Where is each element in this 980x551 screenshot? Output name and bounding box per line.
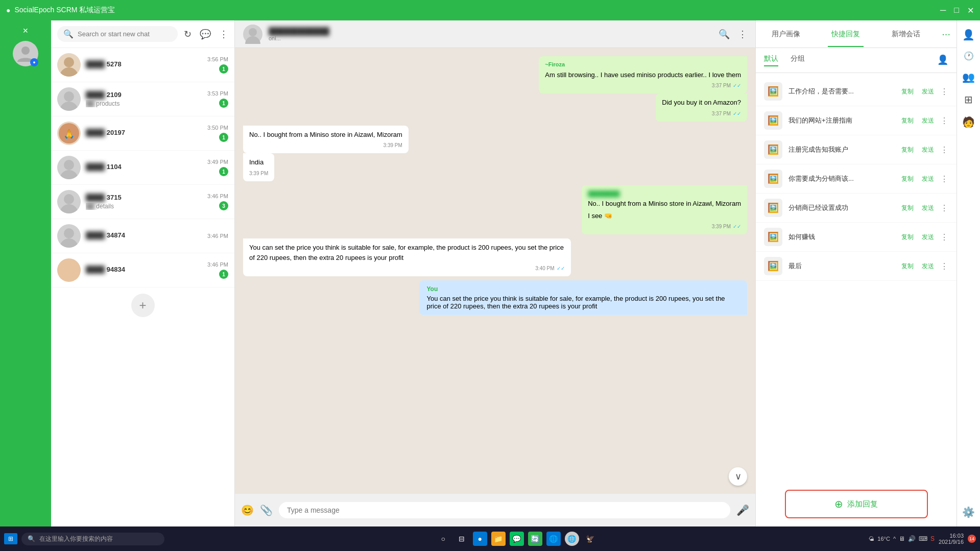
taskbar-icon-wechat[interactable]: 💬 <box>510 532 524 546</box>
person-side-icon[interactable]: 🧑 <box>958 112 979 132</box>
copy-button[interactable]: 复制 <box>899 232 916 243</box>
message-input[interactable] <box>279 502 730 518</box>
windows-icon: ⊞ <box>8 535 13 542</box>
more-options-button[interactable]: ⋮ <box>940 203 948 213</box>
subtab-group[interactable]: 分组 <box>791 54 805 66</box>
scroll-down-button[interactable]: ∨ <box>729 467 747 486</box>
copy-button[interactable]: 复制 <box>899 261 916 272</box>
search-input[interactable] <box>78 30 172 38</box>
chat-item[interactable]: ████ 2109 ██ products 3:53 PM 1 <box>51 82 234 116</box>
quick-reply-actions: 复制 发送 ⋮ <box>899 174 948 184</box>
taskbar-search[interactable]: 🔍 在这里输入你要搜索的内容 <box>21 533 164 545</box>
send-button[interactable]: 发送 <box>920 232 936 243</box>
taskbar-icon-chrome[interactable]: 🌐 <box>565 532 579 546</box>
copy-button[interactable]: 复制 <box>899 174 916 184</box>
svg-point-4 <box>64 91 74 102</box>
send-button[interactable]: 发送 <box>920 203 936 213</box>
taskbar-icon-app[interactable]: 🦅 <box>583 532 597 546</box>
chevron-up-icon[interactable]: ^ <box>893 536 896 542</box>
quick-reply-item: 🖼️ 如何赚钱 复制 发送 ⋮ <box>756 223 957 252</box>
message-group: No.. I bought from a Miniso store in Aiz… <box>243 126 747 181</box>
read-receipt: ✓✓ <box>733 223 741 230</box>
sidebar-close-button[interactable]: ✕ <box>20 25 31 37</box>
quick-reply-image-icon: 🖼️ <box>764 140 782 159</box>
more-options-button[interactable]: ⋮ <box>940 232 948 242</box>
subtab-default[interactable]: 默认 <box>764 54 778 66</box>
volume-icon[interactable]: 🔊 <box>908 535 916 542</box>
network-icon[interactable]: 🖥 <box>899 535 905 542</box>
add-reply-button[interactable]: ⊕ 添加回复 <box>785 490 928 518</box>
antivirus-icon[interactable]: S <box>930 535 935 542</box>
notification-badge[interactable]: 14 <box>968 535 976 543</box>
tab-new-session[interactable]: 新增会话 <box>876 21 936 47</box>
settings-side-icon[interactable]: ⚙️ <box>958 502 979 522</box>
chat-name: ████ 5278 <box>86 60 202 68</box>
send-button[interactable]: 发送 <box>920 86 936 97</box>
chat-item[interactable]: ████ 3715 ██ details 3:46 PM 3 <box>51 185 234 219</box>
search-bar[interactable]: 🔍 <box>57 26 178 42</box>
chat-item[interactable]: ████ 34874 3:46 PM <box>51 219 234 253</box>
taskbar-icon-blue[interactable]: ● <box>473 532 487 546</box>
chat-item[interactable]: ████ 94834 3:46 PM 1 <box>51 253 234 288</box>
history-side-icon[interactable]: 🕐 <box>960 47 978 65</box>
emoji-icon[interactable]: 😊 <box>241 504 254 516</box>
message-time: 3:37 PM ✓✓ <box>662 110 741 117</box>
taskbar-icon-1[interactable]: ○ <box>436 532 450 546</box>
chat-time: 3:50 PM <box>207 125 228 131</box>
taskbar-icon-green[interactable]: 🔄 <box>528 532 542 546</box>
chat-info: ████ 94834 <box>86 266 202 275</box>
quick-reply-image-icon: 🖼️ <box>764 82 782 101</box>
tab-user-profile[interactable]: 用户画像 <box>756 21 816 47</box>
grid-side-icon[interactable]: ⊞ <box>960 89 977 110</box>
maximize-button[interactable]: □ <box>954 6 959 15</box>
title-bar-controls[interactable]: ─ □ ✕ <box>940 6 974 15</box>
chat-item[interactable]: ████ 1104 3:49 PM 1 <box>51 151 234 185</box>
copy-button[interactable]: 复制 <box>899 86 916 97</box>
minimize-button[interactable]: ─ <box>940 6 946 15</box>
more-options-button[interactable]: ⋮ <box>940 145 948 155</box>
tab-quick-reply[interactable]: 快捷回复 <box>816 21 875 47</box>
copy-button[interactable]: 复制 <box>899 115 916 126</box>
chat-item[interactable]: 🙏 ████ 20197 3:50 PM 1 <box>51 116 234 151</box>
copy-button[interactable]: 复制 <box>899 145 916 155</box>
user-search-icon[interactable]: 👤 <box>937 54 948 66</box>
taskbar-icon-2[interactable]: ⊟ <box>455 532 469 546</box>
add-chat-button[interactable]: + <box>131 294 155 317</box>
close-button[interactable]: ✕ <box>967 6 974 15</box>
copy-button[interactable]: 复制 <box>899 203 916 213</box>
chat-info: ████ 1104 <box>86 163 202 172</box>
right-panel: 用户画像 快捷回复 新增会话 ··· 默认 分组 👤 🖼️ 工作介绍， <box>755 20 980 526</box>
send-button[interactable]: 发送 <box>920 261 936 272</box>
my-avatar[interactable]: ● <box>13 41 38 66</box>
send-button[interactable]: 发送 <box>920 174 936 184</box>
more-options-icon[interactable]: ⋮ <box>738 29 747 40</box>
more-options-button[interactable]: ⋮ <box>940 261 948 271</box>
more-icon[interactable]: ⋮ <box>219 29 228 40</box>
svg-point-7 <box>60 170 78 179</box>
keyboard-icon[interactable]: ⌨ <box>919 535 927 542</box>
more-options-button[interactable]: ⋮ <box>940 87 948 97</box>
send-button[interactable]: 发送 <box>920 115 936 126</box>
taskbar-right: 🌤 16°C ^ 🖥 🔊 ⌨ S 16:03 2021/9/16 14 <box>869 533 976 545</box>
refresh-icon[interactable]: ↻ <box>184 29 192 40</box>
clock[interactable]: 16:03 2021/9/16 <box>939 533 964 545</box>
send-button[interactable]: 发送 <box>920 145 936 155</box>
more-options-button[interactable]: ⋮ <box>940 174 948 184</box>
more-tabs-icon[interactable]: ··· <box>936 22 957 46</box>
chat-item[interactable]: ████ 5278 3:56 PM 1 <box>51 48 234 82</box>
taskbar-icon-folder[interactable]: 📁 <box>491 532 506 546</box>
chat-name: ████ 34874 <box>86 231 202 239</box>
contact-side-icon[interactable]: 👥 <box>958 67 979 87</box>
quick-reply-actions: 复制 发送 ⋮ <box>899 115 948 126</box>
quick-reply-text: 最后 <box>788 261 893 271</box>
more-options-button[interactable]: ⋮ <box>940 116 948 126</box>
read-receipt: ✓✓ <box>557 265 565 272</box>
microphone-icon[interactable]: 🎤 <box>736 504 749 516</box>
attach-icon[interactable]: 📎 <box>260 504 273 516</box>
taskbar-icon-edge[interactable]: 🌐 <box>546 532 561 546</box>
chat-icon[interactable]: 💬 <box>200 29 211 40</box>
user-profile-side-icon[interactable]: 👤 <box>958 25 979 45</box>
chat-time: 3:56 PM <box>207 56 228 62</box>
search-chat-icon[interactable]: 🔍 <box>719 29 730 40</box>
start-button[interactable]: ⊞ <box>4 533 17 544</box>
